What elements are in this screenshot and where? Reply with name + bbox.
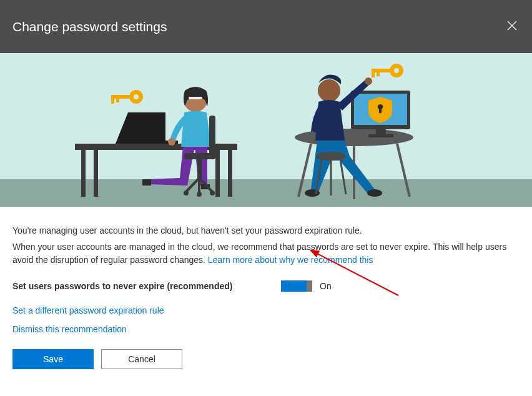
save-button[interactable]: Save [12, 349, 94, 369]
svg-line-33 [298, 144, 311, 197]
svg-rect-11 [377, 72, 380, 76]
svg-rect-39 [368, 134, 393, 137]
setting-row: Set users passwords to never expire (rec… [12, 280, 520, 293]
dismiss-link[interactable]: Dismiss this recommendation [12, 324, 127, 334]
illustration-scene [0, 53, 532, 207]
never-expire-toggle[interactable] [281, 280, 312, 292]
svg-point-30 [197, 192, 202, 197]
svg-point-20 [168, 138, 175, 146]
svg-point-29 [184, 191, 189, 196]
person-left [75, 87, 237, 197]
learn-more-link[interactable]: Learn more about why we recommend this [208, 255, 373, 265]
different-rule-link[interactable]: Set a different password expiration rule [12, 305, 164, 315]
svg-rect-14 [94, 150, 98, 197]
svg-rect-9 [372, 69, 392, 72]
setting-label: Set users passwords to never expire (rec… [12, 280, 281, 293]
svg-point-31 [210, 191, 215, 196]
svg-rect-13 [81, 150, 86, 197]
svg-point-43 [365, 77, 372, 85]
toggle-state-text: On [320, 281, 332, 291]
person-right [295, 75, 413, 200]
svg-rect-41 [379, 108, 382, 113]
close-icon [507, 21, 517, 31]
svg-rect-16 [228, 150, 232, 197]
svg-rect-21 [142, 179, 151, 186]
panel-title: Change password settings [12, 19, 167, 34]
svg-rect-23 [209, 116, 215, 156]
svg-point-8 [394, 68, 399, 73]
illustration-banner [0, 53, 532, 207]
svg-point-44 [367, 189, 382, 197]
panel-header: Change password settings [0, 0, 532, 53]
toggle-control: On [281, 280, 332, 292]
svg-rect-24 [184, 153, 215, 159]
svg-rect-4 [111, 95, 131, 99]
svg-point-3 [134, 94, 139, 99]
intro-text: You're managing user accounts in the clo… [12, 225, 520, 235]
svg-rect-6 [116, 99, 119, 102]
svg-rect-25 [197, 159, 202, 178]
svg-rect-5 [111, 99, 114, 104]
key-icon [111, 90, 143, 104]
close-button[interactable] [505, 18, 520, 35]
description-text: When your user accounts are managed in t… [12, 240, 520, 267]
content-area: You're managing user accounts in the clo… [0, 207, 532, 382]
svg-rect-19 [189, 97, 202, 99]
svg-point-42 [318, 79, 340, 102]
svg-line-34 [397, 144, 410, 197]
cancel-button[interactable]: Cancel [101, 349, 182, 369]
svg-point-46 [316, 152, 346, 161]
button-row: Save Cancel [12, 349, 520, 369]
key-icon [372, 64, 403, 77]
svg-rect-15 [215, 150, 220, 197]
svg-rect-10 [372, 72, 375, 77]
